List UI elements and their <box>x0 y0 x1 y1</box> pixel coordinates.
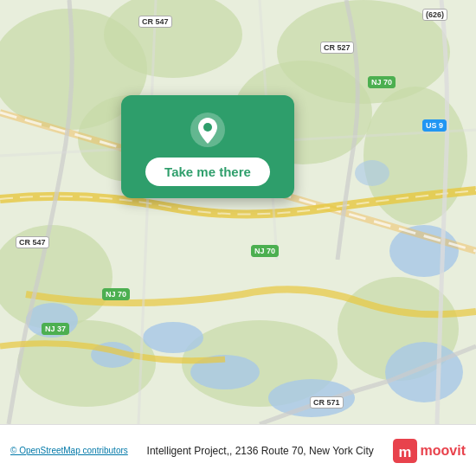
svg-point-17 <box>385 342 463 402</box>
road-label-cr571: CR 571 <box>310 396 344 408</box>
road-label-nj37: NJ 37 <box>42 323 69 335</box>
svg-point-13 <box>143 322 203 353</box>
road-label-cr527: CR 527 <box>320 42 354 54</box>
road-label-cr626: (626) <box>422 9 447 21</box>
moovit-label: moovit <box>421 443 466 459</box>
road-label-us9: US 9 <box>422 119 447 132</box>
bottom-bar: © OpenStreetMap contributors Intelligent… <box>0 424 476 476</box>
moovit-icon: m <box>393 439 417 463</box>
moovit-logo: m moovit <box>393 439 466 463</box>
osm-link[interactable]: © OpenStreetMap contributors <box>10 446 128 455</box>
address-text: Intelligent Project,, 2136 Route 70, New… <box>137 445 384 457</box>
location-pin-icon <box>189 111 227 149</box>
osm-credit: © OpenStreetMap contributors <box>10 446 128 455</box>
road-label-cr547-left: CR 547 <box>16 236 49 248</box>
svg-point-25 <box>203 123 212 132</box>
road-label-cr547-top: CR 547 <box>138 16 172 28</box>
map-container: CR 547 CR 527 NJ 70 US 9 NJ 70 CR 547 NJ… <box>0 0 476 424</box>
road-label-nj70-right: NJ 70 <box>368 76 396 88</box>
road-label-nj70-center: NJ 70 <box>251 245 279 257</box>
svg-text:m: m <box>398 443 411 460</box>
take-me-there-button[interactable]: Take me there <box>145 158 270 186</box>
svg-point-18 <box>355 160 389 186</box>
location-card[interactable]: Take me there <box>121 95 294 198</box>
road-label-nj70-bottom: NJ 70 <box>102 288 130 300</box>
